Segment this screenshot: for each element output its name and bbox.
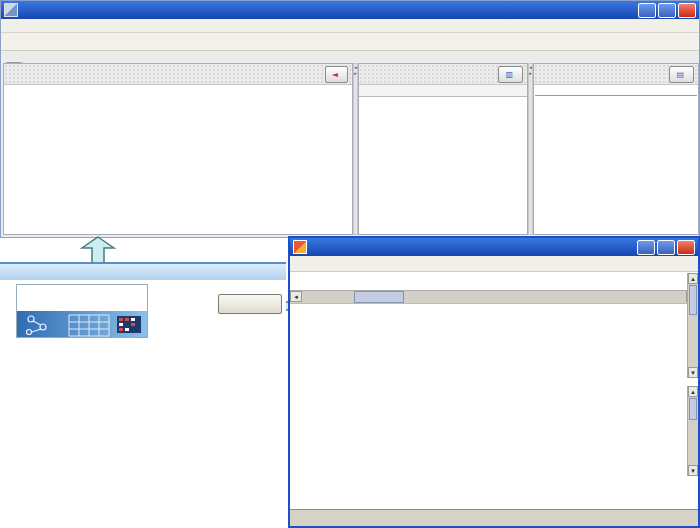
jalview-ruler xyxy=(346,272,687,284)
jalview-maximize-button[interactable] xyxy=(657,240,675,255)
jalview-horizontal-scrollbar[interactable]: ◄ ► xyxy=(290,290,698,303)
table-panel-header: ▥ xyxy=(359,64,527,85)
launcher-panel xyxy=(0,262,286,354)
java-applet-window-bar xyxy=(290,509,698,526)
alignment-panel: ▤ xyxy=(533,63,699,235)
jalview-window: ◄ ► ▲ ▼ ▲ ▼ xyxy=(288,236,700,528)
table-header xyxy=(359,85,527,97)
pir-tav-toolbar xyxy=(1,33,699,51)
scroll-up-icon[interactable]: ▲ xyxy=(688,273,698,284)
annotation-scroll-up-icon[interactable]: ▲ xyxy=(688,386,698,397)
alignment-panel-header: ▤ xyxy=(534,64,698,85)
screenshot-canvas: ◄ ◂▸ ▥ ◂▸ ▤ xyxy=(0,0,700,528)
node-table-panel: ▥ xyxy=(358,63,528,235)
configuration-button[interactable]: ▤ xyxy=(669,66,694,83)
minimize-button[interactable] xyxy=(638,3,656,18)
maximize-button[interactable] xyxy=(658,3,676,18)
tav-launch-banner[interactable] xyxy=(16,284,148,338)
scroll-left-icon[interactable]: ◄ xyxy=(290,291,302,302)
jalview-status-bar xyxy=(290,303,698,318)
annotation-vertical-scrollbar[interactable]: ▲ ▼ xyxy=(687,386,698,476)
phylogenetic-tree[interactable] xyxy=(5,86,351,236)
jalview-minimize-button[interactable] xyxy=(637,240,655,255)
start-jalview-button[interactable] xyxy=(218,294,282,314)
annotation-scroll-down-icon[interactable]: ▼ xyxy=(688,465,698,476)
jalview-titlebar[interactable] xyxy=(290,238,698,256)
node-merger-button[interactable]: ◄ xyxy=(325,66,348,83)
hscroll-thumb[interactable] xyxy=(354,291,404,303)
jalview-vertical-scrollbar[interactable]: ▲ ▼ xyxy=(687,273,698,378)
column-settings-icon: ▥ xyxy=(505,70,513,79)
launcher-header xyxy=(0,262,286,280)
close-button[interactable] xyxy=(678,3,696,18)
jalview-menubar xyxy=(290,256,698,272)
jalview-app-icon xyxy=(293,240,307,254)
jalview-close-button[interactable] xyxy=(677,240,695,255)
pir-tav-titlebar[interactable] xyxy=(1,1,699,19)
pir-tav-app-icon xyxy=(4,3,18,17)
scroll-down-icon[interactable]: ▼ xyxy=(688,367,698,378)
banner-art xyxy=(17,311,147,337)
configuration-icon: ▤ xyxy=(676,70,684,79)
launch-label xyxy=(17,285,147,286)
up-flow-arrow xyxy=(80,236,116,264)
pir-tav-menubar xyxy=(1,19,699,33)
tree-panel-header: ◄ xyxy=(4,64,352,85)
tree-panel: ◄ xyxy=(3,63,353,235)
column-settings-button[interactable]: ▥ xyxy=(498,66,523,83)
tav-alignment-ruler xyxy=(535,85,697,96)
pir-tav-window: ◄ ◂▸ ▥ ◂▸ ▤ xyxy=(0,0,700,238)
node-merger-icon: ◄ xyxy=(332,70,338,79)
